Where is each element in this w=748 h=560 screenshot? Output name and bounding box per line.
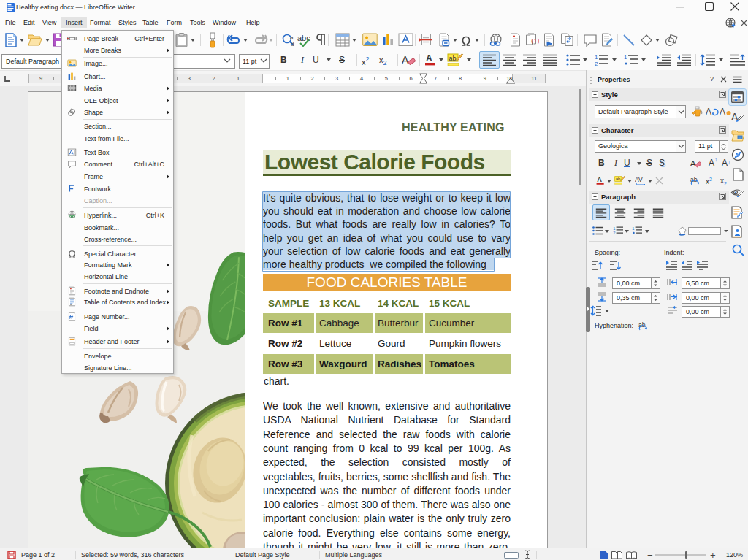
svg-text:AV: AV — [635, 176, 643, 183]
svg-text:1: 1 — [613, 226, 615, 231]
svg-text:A: A — [690, 158, 696, 168]
svg-text:1: 1 — [595, 54, 598, 61]
svg-text:(i): (i) — [531, 38, 540, 44]
svg-text:1: 1 — [632, 226, 634, 231]
svg-text:d: d — [291, 41, 294, 47]
svg-text:ab: ab — [449, 55, 457, 62]
svg-text:A: A — [720, 107, 725, 117]
svg-text:A: A — [402, 54, 409, 66]
svg-text:A: A — [597, 176, 602, 183]
svg-text:2: 2 — [595, 61, 598, 66]
svg-text:ab: ab — [616, 177, 621, 181]
svg-text:2: 2 — [613, 231, 615, 235]
svg-text:abc: abc — [297, 34, 310, 42]
svg-text:1: 1 — [624, 54, 627, 61]
svg-text:A: A — [706, 107, 711, 117]
svg-text:a: a — [290, 34, 294, 41]
svg-text:A: A — [426, 53, 432, 64]
